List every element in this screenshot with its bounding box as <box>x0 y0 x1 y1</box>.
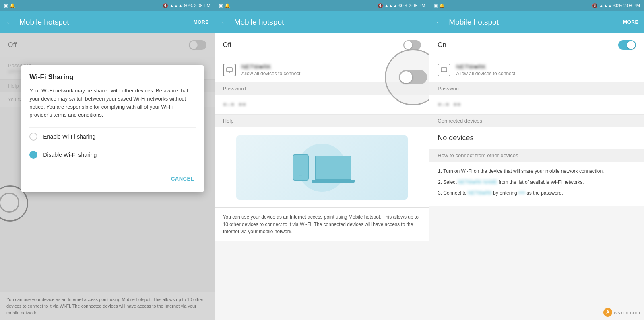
time-display: 2:08 PM <box>194 3 211 8</box>
toggle-inside-callout <box>399 70 427 84</box>
password-row-3: •·• •• <box>429 95 644 115</box>
status-right-2: 🔇 ▲▲▲ 60% 2:08 PM <box>378 3 425 8</box>
how-to-step-1: Turn on Wi-Fi on the device that will sh… <box>443 168 636 175</box>
more-button-1[interactable]: MORE <box>194 19 209 25</box>
disable-option-dot <box>29 151 37 159</box>
svg-rect-0 <box>227 68 232 72</box>
top-bar-1: ← Mobile hotspot MORE <box>0 11 215 33</box>
how-to-section-label: How to connect from other devices <box>429 149 644 162</box>
toggle-label-3: On <box>438 41 446 49</box>
network-name-blurred-2: NETW●RK <box>468 189 492 197</box>
dialog-actions: CANCEL <box>29 169 196 184</box>
toggle-callout-knob <box>400 71 412 83</box>
battery-text-3: 60% <box>613 3 622 8</box>
status-right-3: 🔇 ▲▲▲ 60% 2:08 PM <box>592 3 640 8</box>
signal-icon-2: ▲▲▲ <box>384 3 398 8</box>
device-phone-icon <box>293 154 309 181</box>
how-to-step-3: Connect to NETW●RK by entering •••• as t… <box>443 189 636 197</box>
toggle-label-2: Off <box>223 41 231 49</box>
how-to-step-2: Select NETW●RK NAME from the list of ava… <box>443 178 636 186</box>
toggle-switch-2[interactable] <box>403 40 421 50</box>
status-bar-3: ▣ 🔔 🔇 ▲▲▲ 60% 2:08 PM <box>429 0 644 11</box>
signal-icon-3: ▲▲▲ <box>599 3 612 8</box>
back-arrow-3[interactable]: ← <box>435 18 443 27</box>
panel2-content: Off NETW●RK Allow all devices to connect… <box>215 33 429 320</box>
battery-text-2: 60% <box>398 3 407 8</box>
disable-wifi-sharing-option[interactable]: Disable Wi-Fi sharing <box>29 146 196 164</box>
wifi-sharing-dialog: Wi-Fi Sharing Your Wi-Fi network may be … <box>21 65 204 192</box>
top-bar-3: ← Mobile hotspot MORE <box>429 11 644 33</box>
device-laptop-icon <box>315 156 351 180</box>
sim-icon-3: ▣ <box>433 3 438 8</box>
help-image-2 <box>215 127 429 208</box>
toggle-switch-3[interactable] <box>618 40 636 50</box>
ssid-icon-2 <box>223 64 236 76</box>
time-display-2: 2:08 PM <box>409 3 425 8</box>
status-right-icons: 🔇 ▲▲▲ 60% 2:08 PM <box>163 3 211 8</box>
signal-icon: ▲▲▲ <box>169 3 183 8</box>
network-name-blurred-1: NETW●RK NAME <box>458 178 497 186</box>
toggle-knob-3 <box>627 41 635 49</box>
mute-icon: 🔇 <box>163 3 168 8</box>
sim-icon: ▣ <box>4 3 8 8</box>
watermark-text: wsxdn.com <box>614 310 640 316</box>
toggle-row-3: On <box>429 33 644 57</box>
status-bar-2: ▣ 🔔 🔇 ▲▲▲ 60% 2:08 PM <box>215 0 429 11</box>
panel1-content: Off Password vX•••• •• Help You can use … <box>0 33 215 320</box>
mute-icon-3: 🔇 <box>592 3 598 8</box>
enable-option-label: Enable Wi-Fi sharing <box>43 133 95 140</box>
password-value-3: •·• •• <box>438 101 636 109</box>
cancel-button[interactable]: CANCEL <box>169 173 196 184</box>
panel3-content: On NETW●RK Allow all devices to connect.… <box>429 33 644 320</box>
watermark: A wsxdn.com <box>603 308 640 317</box>
help-label-2: Help <box>215 115 429 127</box>
mute-icon-2: 🔇 <box>378 3 383 8</box>
notification-icon-2: 🔔 <box>225 3 230 8</box>
panel-1: ▣ 🔔 🔇 ▲▲▲ 60% 2:08 PM ← Mobile hotspot M… <box>0 0 215 320</box>
time-display-3: 2:08 PM <box>623 3 640 8</box>
status-left-3: ▣ 🔔 <box>433 3 445 8</box>
enable-wifi-sharing-option[interactable]: Enable Wi-Fi sharing <box>29 127 196 146</box>
password-section-label-3: Password <box>429 82 644 95</box>
status-left-icons: ▣ 🔔 <box>4 3 15 8</box>
no-devices-text: No devices <box>429 127 644 149</box>
ssid-sub-3: Allow all devices to connect. <box>456 71 636 76</box>
ssid-icon-3 <box>438 64 450 76</box>
page-title-2: Mobile hotspot <box>234 18 424 27</box>
connected-devices-section-label: Connected devices <box>429 115 644 127</box>
back-arrow-1[interactable]: ← <box>6 18 14 27</box>
panel-3: ▣ 🔔 🔇 ▲▲▲ 60% 2:08 PM ← Mobile hotspot M… <box>429 0 644 320</box>
back-arrow-2[interactable]: ← <box>221 18 229 27</box>
battery-text: 60% <box>184 3 193 8</box>
ssid-name-3: NETW●RK <box>456 63 636 70</box>
toggle-knob-2 <box>404 41 412 49</box>
more-button-3[interactable]: MORE <box>623 19 638 25</box>
help-text-block-2: You can use your device as an Internet a… <box>215 208 429 241</box>
dialog-title: Wi-Fi Sharing <box>29 73 196 81</box>
top-bar-2: ← Mobile hotspot <box>215 11 429 33</box>
page-title-1: Mobile hotspot <box>19 18 194 27</box>
dialog-body: Your Wi-Fi network may be shared with ot… <box>29 87 196 119</box>
password-blurred: •••• <box>518 189 525 197</box>
panel-2: ▣ 🔔 🔇 ▲▲▲ 60% 2:08 PM ← Mobile hotspot O… <box>215 0 430 320</box>
ssid-text-3: NETW●RK Allow all devices to connect. <box>456 63 636 76</box>
disable-option-label: Disable Wi-Fi sharing <box>43 152 97 158</box>
watermark-icon: A <box>603 308 612 317</box>
notification-icon: 🔔 <box>10 3 15 8</box>
svg-rect-3 <box>441 68 447 72</box>
sim-icon-2: ▣ <box>219 3 223 8</box>
status-left-2: ▣ 🔔 <box>219 3 230 8</box>
ssid-row-3: NETW●RK Allow all devices to connect. <box>429 57 644 82</box>
notification-icon-3: 🔔 <box>439 3 445 8</box>
page-title-3: Mobile hotspot <box>449 18 623 27</box>
how-to-content: Turn on Wi-Fi on the device that will sh… <box>429 162 644 206</box>
password-value-2: •·• •• <box>223 101 421 109</box>
enable-option-dot <box>29 133 37 141</box>
status-bar-1: ▣ 🔔 🔇 ▲▲▲ 60% 2:08 PM <box>0 0 215 11</box>
